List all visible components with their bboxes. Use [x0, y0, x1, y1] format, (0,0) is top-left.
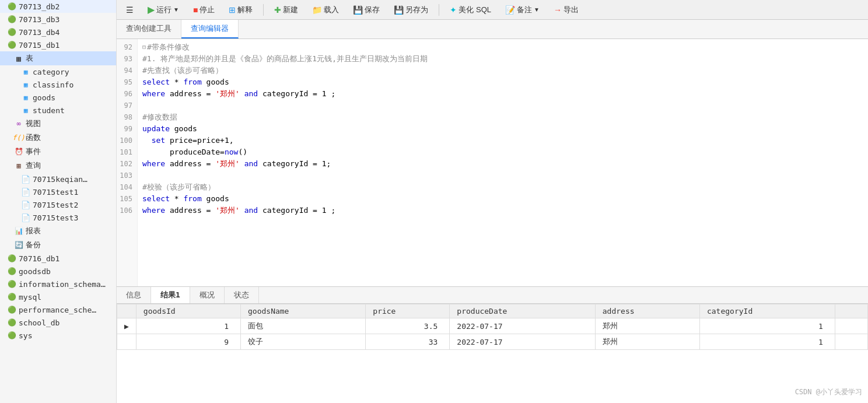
line-num-102: 102 — [117, 158, 137, 170]
keyword-and: and — [244, 88, 258, 100]
sidebar-label: 70713_db2 — [19, 2, 60, 11]
tab-query-editor[interactable]: 查询编辑器 — [181, 20, 239, 38]
comment-button[interactable]: 📝 备注 ▼ — [501, 3, 544, 17]
load-label: 载入 — [324, 5, 339, 15]
result-tabs: 信息 结果1 概况 状态 — [117, 287, 868, 304]
cell-id: 9 — [136, 334, 240, 350]
db-icon: 🟢 — [7, 267, 16, 276]
col-price: price — [366, 304, 450, 318]
explain-label: 解释 — [237, 5, 253, 15]
plain-text: * — [170, 76, 183, 88]
sidebar-item-query4[interactable]: 📄 70715test3 — [0, 211, 116, 224]
result-tab-result1[interactable]: 结果1 — [151, 287, 190, 303]
col-goodsid: goodsId — [136, 304, 240, 318]
sidebar-item-performance-schema[interactable]: 🟢 performance_sche… — [0, 303, 116, 316]
sidebar-item-classinfo[interactable]: ▦ classinfo — [0, 78, 116, 91]
editor-area[interactable]: 92 93 94 95 96 97 98 99 100 101 102 103 … — [117, 39, 868, 286]
row-indicator — [117, 334, 136, 350]
cell-price: 3.5 — [366, 318, 450, 334]
load-button[interactable]: 📁 载入 — [307, 3, 344, 17]
explain-button[interactable]: ⊞ 解释 — [224, 3, 257, 17]
sidebar-label: goodsdb — [19, 267, 51, 276]
sidebar-item-events[interactable]: ⏰ 事件 — [0, 145, 116, 159]
code-line-93: #1. 将产地是郑州的并且是《食品》的商品都上涨1元钱,并且生产日期改为当前日期 — [142, 53, 863, 65]
db-icon: 🟢 — [7, 279, 16, 289]
sidebar-item-sys[interactable]: 🟢 sys — [0, 329, 116, 342]
db-icon: 🟢 — [7, 305, 16, 314]
sidebar-item-reports[interactable]: 📊 报表 — [0, 224, 116, 238]
sidebar-item-tables[interactable]: ▦ 表 — [0, 51, 116, 65]
sidebar-item-70713db3[interactable]: 🟢 70713_db3 — [0, 13, 116, 26]
saveas-icon: 💾 — [394, 5, 404, 15]
keyword-where: where — [142, 88, 165, 100]
save-button[interactable]: 💾 保存 — [348, 3, 384, 17]
table-group-icon: ▦ — [14, 54, 23, 63]
sidebar-item-query3[interactable]: 📄 70715test2 — [0, 198, 116, 211]
explain-icon: ⊞ — [229, 5, 236, 15]
run-button[interactable]: ▶ 运行 ▼ — [143, 2, 184, 17]
sidebar-label: school_db — [19, 318, 60, 327]
sidebar-item-goods[interactable]: ▦ goods — [0, 91, 116, 104]
tab-query-builder[interactable]: 查询创建工具 — [117, 20, 181, 38]
saveas-button[interactable]: 💾 另存为 — [389, 3, 433, 17]
stop-button[interactable]: ■ 停止 — [188, 3, 219, 17]
result-tab-overview[interactable]: 概况 — [190, 287, 225, 303]
run-label: 运行 — [156, 5, 172, 15]
sidebar-item-school-db[interactable]: 🟢 school_db — [0, 316, 116, 329]
sidebar-item-goodsdb[interactable]: 🟢 goodsdb — [0, 265, 116, 278]
code-line-98: #修改数据 — [142, 111, 863, 123]
sidebar-label: information_schema… — [19, 280, 106, 289]
stop-icon: ■ — [193, 5, 198, 15]
beautify-button[interactable]: ✦ 美化 SQL — [445, 3, 496, 17]
sidebar-item-70713db4[interactable]: 🟢 70713_db4 — [0, 26, 116, 38]
line-numbers: 92 93 94 95 96 97 98 99 100 101 102 103 … — [117, 39, 138, 286]
sidebar-item-information-schema[interactable]: 🟢 information_schema… — [0, 278, 116, 290]
new-button[interactable]: ✚ 新建 — [270, 3, 303, 17]
backup-icon: 🔄 — [14, 240, 23, 250]
query-icon: ▦ — [14, 161, 23, 170]
plain-text — [142, 135, 152, 146]
sidebar-item-70716db1[interactable]: 🟢 70716_db1 — [0, 252, 116, 265]
line-num-101: 101 — [117, 146, 137, 158]
sidebar-item-category[interactable]: ▦ category — [0, 65, 116, 78]
result-tab-info[interactable]: 信息 — [117, 287, 151, 303]
export-button[interactable]: → 导出 — [549, 3, 583, 17]
sidebar-label: 事件 — [26, 146, 41, 157]
sidebar-item-query2[interactable]: 📄 70715test1 — [0, 185, 116, 198]
sidebar-item-query1[interactable]: 📄 70715keqian… — [0, 173, 116, 185]
plain-text: goods — [202, 193, 229, 205]
sidebar-item-70713db2[interactable]: 🟢 70713_db2 — [0, 0, 116, 13]
plain-text — [240, 205, 244, 216]
comment-text: #修改数据 — [142, 111, 177, 123]
sidebar-item-functions[interactable]: f() 函数 — [0, 131, 116, 145]
result-tab-status[interactable]: 状态 — [225, 287, 259, 303]
code-line-105: select * from goods — [142, 193, 863, 205]
sidebar-item-backup[interactable]: 🔄 备份 — [0, 238, 116, 252]
sidebar-label: student — [33, 106, 65, 115]
line-num-99: 99 — [117, 123, 137, 135]
code-content[interactable]: ⊟ #带条件修改 #1. 将产地是郑州的并且是《食品》的商品都上涨1元钱,并且生… — [138, 39, 868, 286]
line-num-92: 92 — [117, 41, 137, 53]
sidebar-item-queries[interactable]: ▦ 查询 — [0, 159, 116, 173]
sidebar-label: 视图 — [26, 118, 41, 129]
run-dropdown-icon[interactable]: ▼ — [173, 6, 179, 13]
sidebar-item-mysql[interactable]: 🟢 mysql — [0, 290, 116, 303]
line-num-94: 94 — [117, 65, 137, 76]
line-num-98: 98 — [117, 111, 137, 123]
comment-dropdown-icon[interactable]: ▼ — [534, 6, 540, 13]
sidebar-item-70715db1[interactable]: 🟢 70715_db1 — [0, 38, 116, 51]
report-icon: 📊 — [14, 226, 23, 236]
db-icon: 🟢 — [7, 254, 16, 263]
menu-button[interactable]: ☰ — [121, 3, 138, 16]
export-icon: → — [554, 5, 562, 15]
table-icon: ▦ — [21, 106, 30, 115]
sidebar-item-views[interactable]: ∞ 视图 — [0, 117, 116, 131]
result-content[interactable]: goodsId goodsName price produceDate addr… — [117, 304, 868, 403]
new-label: 新建 — [283, 5, 298, 15]
code-line-94: #先查找（该步可省略） — [142, 65, 863, 76]
code-line-97 — [142, 100, 863, 111]
sidebar-item-student[interactable]: ▦ student — [0, 104, 116, 117]
code-line-92: ⊟ #带条件修改 — [142, 41, 863, 53]
code-line-101: produceDate= now () — [142, 146, 863, 158]
sidebar-label: 70715test2 — [33, 201, 78, 209]
